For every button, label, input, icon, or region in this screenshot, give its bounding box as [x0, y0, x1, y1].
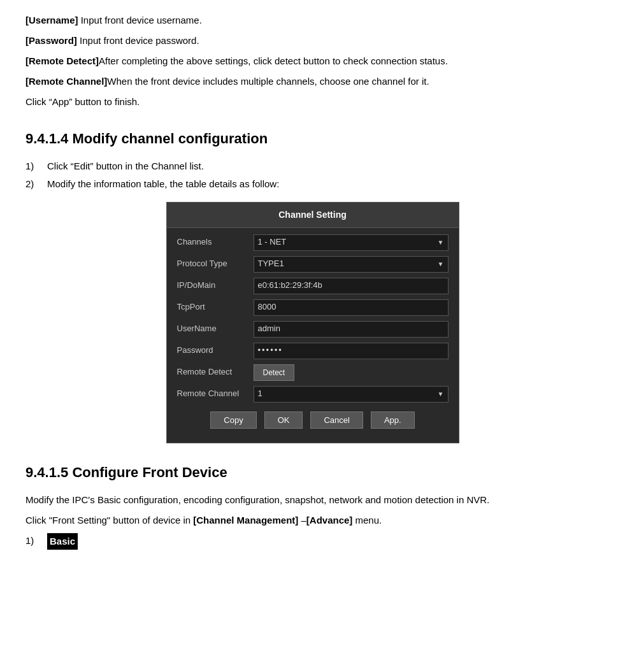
field-row-remote-detect: Remote Detect Detect [177, 364, 449, 381]
password-field-label: Password [177, 344, 254, 357]
field-row-protocol: Protocol Type TYPE1 ▼ [177, 256, 449, 273]
basic-label: Basic [47, 533, 78, 550]
remote-channel-label: Remote Channel [177, 387, 254, 401]
dialog-title: Channel Setting [167, 203, 459, 227]
app-button[interactable]: App. [371, 411, 415, 429]
tcpport-label: TcpPort [177, 301, 254, 314]
step-basic-num: 1) [25, 533, 41, 550]
remote-detect-bold: [Remote Detect] [25, 55, 99, 66]
steps-list-2: 1) Basic [25, 533, 600, 550]
steps-list-1: 1) Click “Edit” button in the Channel li… [25, 159, 600, 192]
step-basic: 1) Basic [25, 533, 600, 550]
password-field-value[interactable]: •••••• [254, 343, 449, 359]
channels-label: Channels [177, 236, 254, 249]
field-row-remote-channel: Remote Channel 1 ▼ [177, 386, 449, 403]
field-row-channels: Channels 1 - NET ▼ [177, 234, 449, 251]
front-setting-para: Click "Front Setting" button of device i… [25, 513, 600, 528]
username-field-label: UserName [177, 322, 254, 336]
remote-channel-bold: [Remote Channel] [25, 76, 107, 87]
ipc-config-para: Modify the IPC's Basic configuration, en… [25, 492, 600, 508]
protocol-arrow-icon: ▼ [438, 259, 444, 269]
channels-arrow-icon: ▼ [438, 238, 444, 248]
step-2-text: Modify the information table, the table … [47, 176, 279, 192]
password-bold: [Password] [25, 35, 77, 46]
password-para: [Password] Input front device password. [25, 33, 600, 48]
copy-button[interactable]: Copy [210, 411, 256, 429]
ip-label: IP/DoMain [177, 279, 254, 292]
detect-button[interactable]: Detect [254, 364, 295, 381]
ok-button[interactable]: OK [264, 411, 303, 429]
dialog-buttons: Copy OK Cancel App. [177, 411, 449, 429]
step-2-num: 2) [25, 176, 41, 192]
channel-setting-dialog: Channel Setting Channels 1 - NET ▼ Proto… [166, 202, 459, 443]
remote-detect-text: After completing the above settings, cli… [99, 55, 448, 66]
remote-channel-text: When the front device includes multiple … [107, 76, 429, 87]
section-heading-2: 9.4.1.5 Configure Front Device [25, 461, 600, 483]
channels-dropdown[interactable]: 1 - NET ▼ [254, 234, 449, 251]
advance-bold: [Advance] [306, 515, 353, 525]
dialog-wrapper: Channel Setting Channels 1 - NET ▼ Proto… [25, 202, 600, 443]
password-text: Input front device password. [77, 35, 199, 46]
remote-detect-field-label: Remote Detect [177, 366, 254, 379]
protocol-dropdown[interactable]: TYPE1 ▼ [254, 256, 449, 273]
field-row-ip: IP/DoMain e0:61:b2:29:3f:4b [177, 278, 449, 294]
username-text: Input front device username. [78, 15, 202, 25]
protocol-label: Protocol Type [177, 257, 254, 271]
channel-management-bold: [Channel Management] [193, 515, 298, 525]
remote-detect-para: [Remote Detect]After completing the abov… [25, 54, 600, 69]
click-app-para: Click “App” button to finish. [25, 94, 600, 110]
step-1: 1) Click “Edit” button in the Channel li… [25, 159, 600, 174]
field-row-password: Password •••••• [177, 343, 449, 359]
username-bold: [Username] [25, 15, 78, 25]
section-heading-1: 9.4.1.4 Modify channel configuration [25, 127, 600, 150]
cancel-button[interactable]: Cancel [310, 411, 363, 429]
step-1-text: Click “Edit” button in the Channel list. [47, 159, 204, 174]
protocol-value: TYPE1 [258, 257, 284, 271]
remote-channel-value: 1 [258, 387, 262, 401]
tcpport-value[interactable]: 8000 [254, 299, 449, 316]
step-2: 2) Modify the information table, the tab… [25, 176, 600, 192]
channels-value: 1 - NET [258, 236, 287, 249]
field-row-username: UserName admin [177, 321, 449, 338]
ip-value[interactable]: e0:61:b2:29:3f:4b [254, 278, 449, 294]
remote-channel-arrow-icon: ▼ [438, 389, 444, 399]
username-para: [Username] Input front device username. [25, 13, 600, 28]
remote-channel-dropdown[interactable]: 1 ▼ [254, 386, 449, 403]
username-field-value[interactable]: admin [254, 321, 449, 338]
dialog-body: Channels 1 - NET ▼ Protocol Type TYPE1 ▼… [167, 228, 459, 435]
field-row-tcpport: TcpPort 8000 [177, 299, 449, 316]
step-1-num: 1) [25, 159, 41, 174]
remote-channel-para: [Remote Channel]When the front device in… [25, 74, 600, 89]
